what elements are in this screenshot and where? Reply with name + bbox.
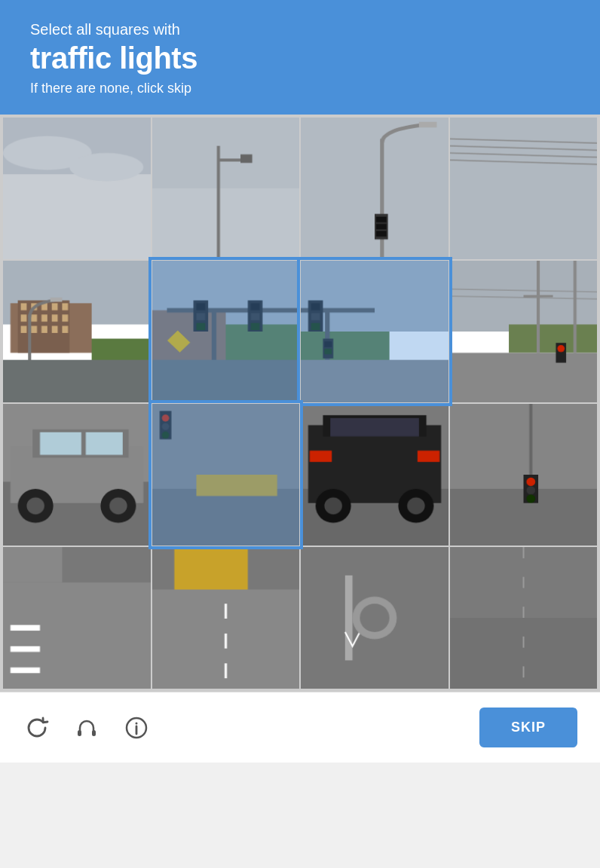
grid-cell-6[interactable] bbox=[300, 260, 449, 403]
refresh-button[interactable] bbox=[23, 714, 51, 742]
grid-cell-12[interactable] bbox=[2, 546, 152, 689]
footer: SKIP bbox=[0, 692, 600, 763]
grid-cell-15[interactable] bbox=[449, 546, 598, 689]
grid-cell-11[interactable] bbox=[449, 403, 598, 546]
svg-rect-0 bbox=[78, 730, 81, 736]
grid-cell-13[interactable] bbox=[152, 546, 301, 689]
grid-cell-7[interactable] bbox=[449, 260, 598, 403]
footer-icons bbox=[23, 714, 151, 742]
grid-cell-9[interactable] bbox=[152, 403, 301, 546]
captcha-header: Select all squares with traffic lights I… bbox=[0, 0, 600, 115]
audio-button[interactable] bbox=[72, 714, 101, 742]
skip-button[interactable]: SKIP bbox=[479, 708, 577, 747]
grid-cell-4[interactable] bbox=[2, 260, 152, 403]
svg-rect-1 bbox=[92, 730, 96, 736]
captcha-container: Select all squares with traffic lights I… bbox=[0, 0, 600, 763]
grid-cell-2[interactable] bbox=[300, 117, 449, 260]
info-button[interactable] bbox=[122, 714, 151, 742]
grid-cell-3[interactable] bbox=[449, 117, 598, 260]
header-instruction: If there are none, click skip bbox=[30, 81, 570, 96]
grid-cell-0[interactable] bbox=[2, 117, 152, 260]
grid-cell-8[interactable] bbox=[2, 403, 152, 546]
header-subtitle: Select all squares with bbox=[30, 21, 570, 38]
header-title: traffic lights bbox=[30, 41, 570, 75]
grid-cell-10[interactable] bbox=[300, 403, 449, 546]
grid-cell-14[interactable] bbox=[300, 546, 449, 689]
grid-cell-1[interactable] bbox=[152, 117, 301, 260]
svg-point-4 bbox=[136, 722, 138, 724]
image-grid bbox=[0, 115, 600, 692]
grid-cell-5[interactable] bbox=[152, 260, 301, 403]
